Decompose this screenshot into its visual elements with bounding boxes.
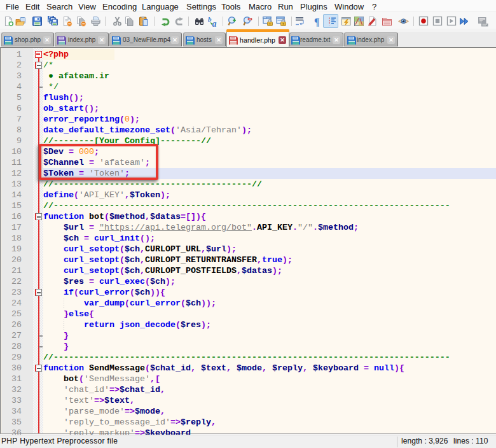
svg-text:¶: ¶ [314, 17, 320, 27]
svg-text:b: b [208, 16, 212, 23]
svg-text:a: a [212, 19, 217, 27]
